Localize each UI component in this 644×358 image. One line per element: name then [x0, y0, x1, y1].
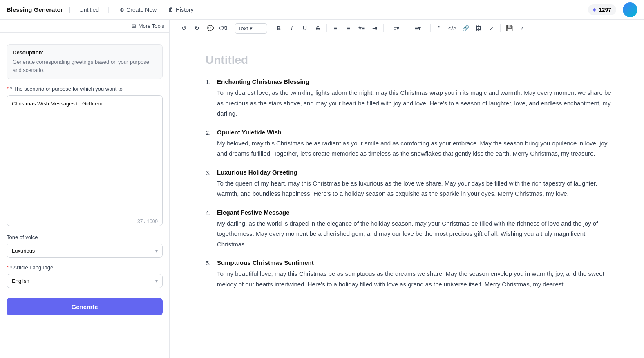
- blessing-text: To the queen of my heart, may this Chris…: [217, 178, 611, 199]
- description-box: Description: Generate corresponding gree…: [7, 44, 163, 79]
- blessing-item: 1. Enchanting Christmas Blessing To my d…: [206, 78, 611, 119]
- blessing-title: Enchanting Christmas Blessing: [217, 78, 611, 85]
- save-button[interactable]: 💾: [503, 22, 515, 34]
- grid-icon: ⊞: [132, 23, 136, 29]
- blessing-number: 4.: [206, 209, 214, 250]
- tone-label: Tone of voice: [7, 234, 163, 240]
- char-count: 37 / 1000: [137, 219, 158, 224]
- scenario-input[interactable]: Christmas Wish Messages to Girlfriend: [7, 95, 163, 226]
- scenario-label: * * The scenario or purpose for which yo…: [7, 86, 163, 92]
- quote-button[interactable]: ": [433, 22, 445, 34]
- italic-button[interactable]: I: [286, 22, 298, 34]
- tone-select-wrapper: Luxurious Professional Casual Friendly F…: [7, 244, 163, 258]
- text-style-label: Text: [238, 25, 248, 31]
- text-style-dropdown[interactable]: Text ▾: [235, 23, 267, 34]
- required-star-lang: *: [7, 264, 9, 271]
- plus-circle-icon: ⊕: [119, 7, 124, 13]
- blessing-text: To my dearest love, as the twinkling lig…: [217, 87, 611, 119]
- blessing-item: 5. Sumptuous Christmas Sentiment To my b…: [206, 259, 611, 289]
- expand-button[interactable]: ⤢: [485, 22, 498, 34]
- app-brand: Blessing Generator: [7, 6, 63, 13]
- blessing-text: To my beautiful love, may this Christmas…: [217, 268, 611, 289]
- credits-count: 1297: [599, 7, 611, 13]
- list-ul-button[interactable]: ≡: [329, 22, 342, 34]
- required-star: *: [7, 86, 9, 92]
- line-height-button[interactable]: ↕▾: [386, 22, 407, 34]
- credits-display: ♦ 1297: [588, 4, 616, 15]
- blessing-text: My darling, as the world is draped in th…: [217, 218, 611, 250]
- blessing-number: 1.: [206, 78, 214, 119]
- list-ol-button[interactable]: #≡: [356, 22, 368, 34]
- editor-area: ↺ ↻ 💬 ⌫ Text ▾ B I U S ≡ ≡ #≡ ⇥ ↕▾ ≡▾ " …: [173, 20, 644, 358]
- resize-handle[interactable]: [170, 20, 173, 358]
- language-select-wrapper: English Spanish French German Chinese ▾: [7, 274, 163, 288]
- scenario-field-group: * * The scenario or purpose for which yo…: [7, 86, 163, 228]
- history-icon: 🗓: [168, 7, 174, 13]
- blessing-item: 4. Elegant Festive Message My darling, a…: [206, 209, 611, 250]
- document-title[interactable]: Untitled: [206, 54, 611, 67]
- bold-button[interactable]: B: [273, 22, 285, 34]
- blessing-title: Luxurious Holiday Greeting: [217, 169, 611, 176]
- list-indent-button[interactable]: ⇥: [369, 22, 381, 34]
- description-title: Description:: [13, 49, 157, 56]
- editor-toolbar: ↺ ↻ 💬 ⌫ Text ▾ B I U S ≡ ≡ #≡ ⇥ ↕▾ ≡▾ " …: [173, 20, 644, 37]
- image-button[interactable]: 🖼: [472, 22, 485, 34]
- top-nav: Blessing Generator | Untitled | ⊕ Create…: [0, 0, 644, 20]
- nav-history[interactable]: 🗓 History: [164, 5, 198, 15]
- blessing-number: 5.: [206, 259, 214, 289]
- blessing-list: 1. Enchanting Christmas Blessing To my d…: [206, 78, 611, 289]
- check-button[interactable]: ✓: [516, 22, 528, 34]
- language-field-group: * * Article Language English Spanish Fre…: [7, 264, 163, 288]
- text-style-arrow: ▾: [250, 25, 253, 31]
- generate-button[interactable]: Generate: [7, 298, 163, 315]
- scenario-textarea-wrapper: Christmas Wish Messages to Girlfriend 37…: [7, 95, 163, 228]
- align-button[interactable]: ≡▾: [407, 22, 428, 34]
- sidebar: ⊞ More Tools Description: Generate corre…: [0, 20, 170, 358]
- blessing-number: 2.: [206, 129, 214, 159]
- user-avatar[interactable]: [623, 2, 637, 17]
- underline-button[interactable]: U: [299, 22, 311, 34]
- blessing-number: 3.: [206, 169, 214, 199]
- language-select[interactable]: English Spanish French German Chinese: [7, 274, 163, 288]
- list-center-button[interactable]: ≡: [342, 22, 355, 34]
- link-button[interactable]: 🔗: [459, 22, 472, 34]
- blessing-item: 2. Opulent Yuletide Wish My beloved, may…: [206, 129, 611, 159]
- nav-untitled-tab[interactable]: Untitled: [76, 5, 102, 15]
- more-tools-button[interactable]: ⊞ More Tools: [0, 20, 169, 33]
- eraser-button[interactable]: ⌫: [217, 22, 229, 34]
- blessing-text: My beloved, may this Christmas be as rad…: [217, 138, 611, 159]
- nav-create-new[interactable]: ⊕ Create New: [115, 5, 161, 15]
- diamond-icon: ♦: [593, 6, 596, 13]
- description-text: Generate corresponding greetings based o…: [13, 58, 157, 74]
- blessing-item: 3. Luxurious Holiday Greeting To the que…: [206, 169, 611, 199]
- editor-content[interactable]: Untitled 1. Enchanting Christmas Blessin…: [173, 37, 644, 358]
- blessing-title: Elegant Festive Message: [217, 209, 611, 216]
- tone-field-group: Tone of voice Luxurious Professional Cas…: [7, 234, 163, 258]
- main-layout: ⊞ More Tools Description: Generate corre…: [0, 20, 644, 358]
- blessing-title: Sumptuous Christmas Sentiment: [217, 259, 611, 266]
- language-label: * * Article Language: [7, 264, 163, 271]
- comment-button[interactable]: 💬: [204, 22, 216, 34]
- tone-select[interactable]: Luxurious Professional Casual Friendly F…: [7, 244, 163, 258]
- strikethrough-button[interactable]: S: [312, 22, 324, 34]
- blessing-title: Opulent Yuletide Wish: [217, 129, 611, 136]
- code-button[interactable]: </>: [446, 22, 458, 34]
- redo-button[interactable]: ↻: [191, 22, 203, 34]
- undo-button[interactable]: ↺: [178, 22, 190, 34]
